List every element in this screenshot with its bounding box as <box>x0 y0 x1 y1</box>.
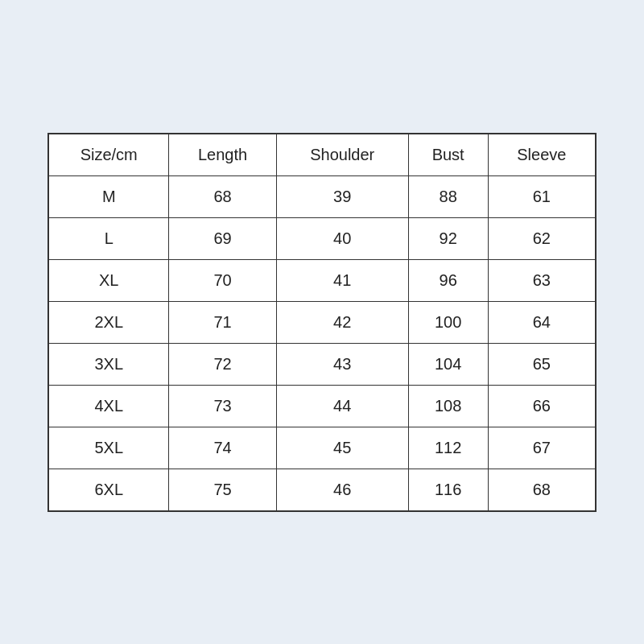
table-cell-0-2: 39 <box>276 175 408 217</box>
table-cell-6-1: 74 <box>169 427 276 469</box>
size-chart-wrapper: Size/cmLengthShoulderBustSleeve M6839886… <box>47 133 597 512</box>
table-cell-7-1: 75 <box>169 469 276 510</box>
table-cell-6-0: 5XL <box>49 427 169 469</box>
table-row: XL70419663 <box>49 259 596 301</box>
table-header-row: Size/cmLengthShoulderBustSleeve <box>49 134 596 175</box>
table-cell-0-3: 88 <box>408 175 488 217</box>
column-header-bust: Bust <box>408 134 488 175</box>
table-cell-3-0: 2XL <box>49 301 169 343</box>
page-container: Size/cmLengthShoulderBustSleeve M6839886… <box>0 0 644 644</box>
table-row: M68398861 <box>49 175 596 217</box>
table-cell-2-0: XL <box>49 259 169 301</box>
table-row: 6XL754611668 <box>49 469 596 510</box>
column-header-length: Length <box>169 134 276 175</box>
table-row: 5XL744511267 <box>49 427 596 469</box>
table-cell-3-1: 71 <box>169 301 276 343</box>
table-cell-3-4: 64 <box>488 301 595 343</box>
table-cell-2-3: 96 <box>408 259 488 301</box>
table-cell-2-1: 70 <box>169 259 276 301</box>
table-cell-7-0: 6XL <box>49 469 169 510</box>
table-cell-6-2: 45 <box>276 427 408 469</box>
table-cell-5-3: 108 <box>408 385 488 427</box>
table-cell-3-3: 100 <box>408 301 488 343</box>
table-cell-4-0: 3XL <box>49 343 169 385</box>
table-cell-5-0: 4XL <box>49 385 169 427</box>
table-cell-1-1: 69 <box>169 217 276 259</box>
table-cell-7-3: 116 <box>408 469 488 510</box>
table-cell-5-2: 44 <box>276 385 408 427</box>
table-cell-4-4: 65 <box>488 343 595 385</box>
size-chart-table: Size/cmLengthShoulderBustSleeve M6839886… <box>48 134 596 511</box>
table-row: 3XL724310465 <box>49 343 596 385</box>
table-row: L69409262 <box>49 217 596 259</box>
table-cell-3-2: 42 <box>276 301 408 343</box>
table-cell-1-2: 40 <box>276 217 408 259</box>
table-cell-7-4: 68 <box>488 469 595 510</box>
table-row: 2XL714210064 <box>49 301 596 343</box>
table-cell-2-4: 63 <box>488 259 595 301</box>
table-row: 4XL734410866 <box>49 385 596 427</box>
table-cell-0-4: 61 <box>488 175 595 217</box>
table-cell-6-4: 67 <box>488 427 595 469</box>
table-cell-1-4: 62 <box>488 217 595 259</box>
table-cell-0-0: M <box>49 175 169 217</box>
table-cell-6-3: 112 <box>408 427 488 469</box>
table-cell-4-1: 72 <box>169 343 276 385</box>
table-cell-4-2: 43 <box>276 343 408 385</box>
column-header-sleeve: Sleeve <box>488 134 595 175</box>
column-header-size-cm: Size/cm <box>49 134 169 175</box>
column-header-shoulder: Shoulder <box>276 134 408 175</box>
table-cell-5-1: 73 <box>169 385 276 427</box>
table-cell-0-1: 68 <box>169 175 276 217</box>
table-cell-5-4: 66 <box>488 385 595 427</box>
table-cell-2-2: 41 <box>276 259 408 301</box>
table-cell-7-2: 46 <box>276 469 408 510</box>
table-cell-4-3: 104 <box>408 343 488 385</box>
table-cell-1-0: L <box>49 217 169 259</box>
table-cell-1-3: 92 <box>408 217 488 259</box>
